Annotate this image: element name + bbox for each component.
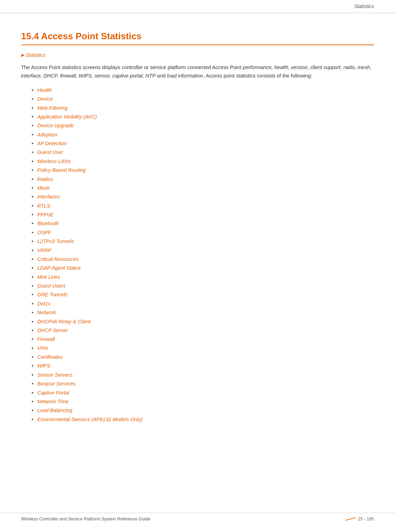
list-item: Policy Based Routing	[32, 166, 374, 175]
intro-text-after: information. Access point statistics con…	[177, 73, 312, 79]
list-item: VRRP	[32, 246, 374, 255]
intro-text-middle: and	[156, 73, 167, 79]
footer-divider-icon	[345, 517, 355, 521]
header-title: Statistics	[354, 4, 374, 9]
title-divider	[21, 45, 374, 45]
page-header: Statistics	[0, 0, 395, 13]
list-item: Captive Portal	[32, 389, 374, 397]
list-item: Guest Users	[32, 282, 374, 290]
bullet-list: HealthDeviceWeb-FilteringApplication Vis…	[21, 86, 374, 424]
list-item: Adoption	[32, 130, 374, 139]
list-item: Load Balancing	[32, 406, 374, 415]
breadcrumb-arrow: ▶	[21, 53, 24, 58]
list-item: VPN	[32, 344, 374, 353]
list-item: Health	[32, 86, 374, 95]
list-item: Radios	[32, 175, 374, 184]
list-item: OSPF	[32, 228, 374, 237]
list-item: RTLS	[32, 202, 374, 210]
list-item: Guest User	[32, 148, 374, 157]
list-item: Network	[32, 308, 374, 317]
list-item: L2TPv3 Tunnels	[32, 237, 374, 246]
page-body: 15.4 Access Point Statistics ▶ Statistic…	[0, 13, 395, 452]
list-item: Bluetooth	[32, 219, 374, 228]
breadcrumb: ▶ Statistics	[21, 52, 374, 58]
page-footer: Wireless Controller and Service Platform…	[0, 513, 395, 521]
list-item: PPPoE	[32, 210, 374, 219]
list-item: DHCP Server	[32, 326, 374, 335]
chapter-title-text: Access Point Statistics	[41, 31, 141, 41]
chapter-number: 15.4	[21, 31, 39, 41]
list-item: Device	[32, 95, 374, 103]
list-item: Certificates	[32, 353, 374, 362]
list-item: Interfaces	[32, 193, 374, 201]
list-item: Firewall	[32, 335, 374, 344]
list-item: LDAP Agent Status	[32, 264, 374, 272]
footer-right: 15 - 195	[345, 517, 374, 521]
list-item: Sensor Servers	[32, 371, 374, 379]
intro-italic-2: load	[167, 73, 177, 79]
chapter-title: 15.4 Access Point Statistics	[21, 31, 374, 42]
intro-text-before: The Access Point statistics screens disp…	[21, 65, 243, 70]
intro-paragraph: The Access Point statistics screens disp…	[21, 63, 374, 80]
list-item: WIPS	[32, 362, 374, 370]
list-item: GRE Tunnels	[32, 290, 374, 299]
list-item: Bonjour Services	[32, 379, 374, 388]
breadcrumb-label: Statistics	[26, 52, 45, 58]
list-item: Environmental Sensors (AP8132 Models Onl…	[32, 415, 374, 424]
list-item: Application Visibility (AVC)	[32, 113, 374, 121]
footer-left-text: Wireless Controller and Service Platform…	[21, 517, 150, 521]
list-item: Critical Resources	[32, 255, 374, 264]
list-item: Device Upgrade	[32, 121, 374, 130]
list-item: Dot1x	[32, 299, 374, 308]
list-item: Mint Links	[32, 273, 374, 282]
footer-page-number: 15 - 195	[358, 517, 374, 521]
list-item: Wireless LANs	[32, 157, 374, 166]
list-item: Network Time	[32, 397, 374, 406]
list-item: Mesh	[32, 184, 374, 193]
list-item: DHCPv6 Relay & Client	[32, 317, 374, 326]
list-item: AP Detection	[32, 139, 374, 148]
list-item: Web-Filtering	[32, 104, 374, 113]
